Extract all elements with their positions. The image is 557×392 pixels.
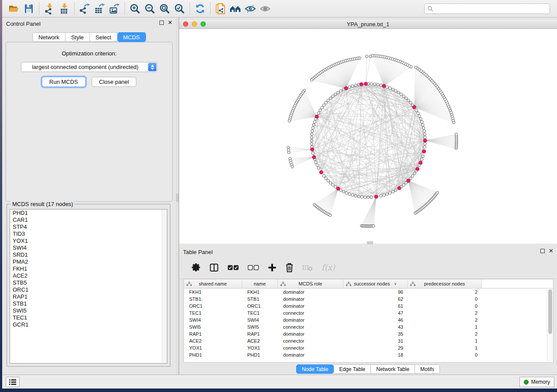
table-cell[interactable]: 2 bbox=[408, 316, 482, 323]
column-header-shared-name[interactable]: shared name bbox=[184, 279, 242, 289]
show-tasks-button[interactable] bbox=[6, 377, 20, 387]
table-cell[interactable]: 2 bbox=[408, 289, 482, 296]
column-header-predecessor-nodes[interactable]: predecessor nodes bbox=[408, 279, 482, 289]
table-cell[interactable]: FKH1 bbox=[184, 289, 242, 296]
close-panel-button[interactable]: Close panel bbox=[92, 77, 137, 87]
table-cell[interactable]: connector bbox=[278, 337, 343, 344]
mcds-result-list[interactable]: PHD1CAR1STP4TID3YOX1SWI4SRD1PMA2FKH1ACE2… bbox=[10, 209, 167, 364]
table-row[interactable]: ACE2ACE2connector311 bbox=[184, 337, 553, 344]
table-cell[interactable]: dominator bbox=[278, 289, 343, 296]
criterion-dropdown[interactable]: largest connected component (undirected) bbox=[21, 62, 157, 72]
table-cell[interactable]: 29 bbox=[343, 344, 408, 351]
run-mcds-button[interactable]: Run MCDS bbox=[42, 77, 86, 87]
float-table-panel-icon[interactable] bbox=[540, 249, 545, 253]
open-session-button[interactable] bbox=[7, 2, 21, 15]
table-cell[interactable]: dominator bbox=[278, 316, 343, 323]
table-cell[interactable]: 1 bbox=[408, 337, 482, 344]
table-cell[interactable]: 35 bbox=[343, 330, 408, 337]
table-scrollbar[interactable] bbox=[547, 289, 553, 362]
table-row[interactable]: TEC1TEC1connector472 bbox=[184, 309, 553, 316]
table-cell[interactable]: SWI4 bbox=[242, 316, 278, 323]
vertical-splitter-handle[interactable] bbox=[176, 194, 179, 202]
mcds-result-item[interactable]: STB1 bbox=[10, 300, 167, 307]
mcds-result-item[interactable]: FKH1 bbox=[10, 265, 167, 272]
tab-network[interactable]: Network bbox=[32, 32, 66, 42]
save-session-button[interactable] bbox=[21, 2, 36, 15]
network-window-titlebar[interactable]: YPA_prune.txt_1 bbox=[179, 20, 557, 29]
table-mode-gear-button[interactable] bbox=[191, 262, 201, 273]
mcds-list-scrollbar[interactable] bbox=[162, 210, 167, 363]
table-row[interactable]: ORC1ORC1dominator610 bbox=[184, 303, 553, 309]
table-cell[interactable]: 2 bbox=[408, 330, 482, 337]
table-cell[interactable]: 0 bbox=[408, 296, 482, 303]
mcds-result-item[interactable]: CAR1 bbox=[10, 217, 167, 224]
zoom-fit-button[interactable] bbox=[157, 2, 172, 15]
table-cell[interactable]: 31 bbox=[343, 337, 408, 344]
table-cell[interactable]: PHD1 bbox=[242, 351, 278, 358]
show-all-button[interactable] bbox=[258, 2, 273, 15]
table-cell[interactable]: dominator bbox=[278, 330, 343, 337]
search-field[interactable] bbox=[424, 3, 550, 14]
vertical-splitter[interactable] bbox=[176, 17, 179, 375]
table-cell[interactable]: 2 bbox=[408, 309, 482, 316]
table-row[interactable]: FKH1FKH1dominator962 bbox=[184, 289, 553, 296]
table-cell[interactable]: ORC1 bbox=[242, 303, 278, 309]
memory-button[interactable]: Memory bbox=[519, 377, 554, 387]
table-row[interactable]: YOX1YOX1connector291 bbox=[184, 344, 553, 351]
split-view-button[interactable] bbox=[209, 262, 219, 273]
zoom-selected-button[interactable] bbox=[172, 2, 187, 15]
table-row[interactable]: STB1STB1dominator620 bbox=[184, 296, 553, 303]
tab-select[interactable]: Select bbox=[90, 32, 118, 42]
table-cell[interactable]: SWI5 bbox=[184, 323, 242, 330]
tab-mcds[interactable]: MCDS bbox=[118, 32, 146, 42]
table-cell[interactable]: FKH1 bbox=[242, 289, 278, 296]
mcds-result-item[interactable]: ORC1 bbox=[10, 286, 167, 293]
table-cell[interactable]: 1 bbox=[408, 323, 482, 330]
delete-table-button[interactable] bbox=[302, 262, 313, 273]
table-cell[interactable]: dominator bbox=[278, 351, 343, 358]
float-panel-icon[interactable] bbox=[159, 21, 164, 25]
mcds-result-item[interactable]: TEC1 bbox=[10, 314, 167, 321]
add-column-button[interactable] bbox=[268, 262, 277, 273]
delete-column-button[interactable] bbox=[285, 262, 294, 273]
mcds-result-item[interactable]: STB5 bbox=[10, 279, 167, 286]
table-cell[interactable]: 1 bbox=[408, 344, 482, 351]
table-cell[interactable]: STB1 bbox=[242, 296, 278, 303]
mcds-result-item[interactable]: SWI4 bbox=[10, 244, 167, 251]
table-cell[interactable]: connector bbox=[278, 344, 343, 351]
tab-edge-table[interactable]: Edge Table bbox=[334, 364, 371, 374]
table-row[interactable]: SWI5SWI5connector431 bbox=[184, 323, 553, 330]
network-canvas[interactable] bbox=[179, 29, 557, 244]
table-cell[interactable]: ORC1 bbox=[184, 303, 242, 309]
table-cell[interactable]: connector bbox=[278, 309, 343, 316]
table-cell[interactable]: RAP1 bbox=[184, 330, 242, 337]
tab-motifs[interactable]: Motifs bbox=[415, 364, 440, 374]
table-cell[interactable]: 0 bbox=[408, 303, 482, 309]
table-row[interactable]: RAP1RAP1dominator352 bbox=[184, 330, 553, 337]
network-graph[interactable] bbox=[179, 29, 557, 244]
table-cell[interactable]: 47 bbox=[343, 309, 408, 316]
mcds-result-item[interactable]: SRD1 bbox=[10, 251, 167, 258]
table-cell[interactable]: SWI5 bbox=[242, 323, 278, 330]
table-cell[interactable]: TEC1 bbox=[184, 309, 242, 316]
search-input[interactable] bbox=[433, 5, 547, 12]
table-cell[interactable]: ACE2 bbox=[242, 337, 278, 344]
horizontal-splitter-handle[interactable] bbox=[367, 241, 373, 244]
column-header-mcds-role[interactable]: MCDS role bbox=[278, 279, 343, 289]
export-network-button[interactable] bbox=[77, 2, 92, 15]
close-table-panel-icon[interactable]: ✕ bbox=[549, 249, 554, 253]
column-header-successor-nodes[interactable]: successor nodes ∨ bbox=[343, 279, 408, 289]
table-cell[interactable]: RAP1 bbox=[242, 330, 278, 337]
mcds-result-item[interactable]: YOX1 bbox=[10, 237, 167, 244]
table-cell[interactable]: dominator bbox=[278, 296, 343, 303]
table-cell[interactable]: 43 bbox=[343, 323, 408, 330]
zoom-out-button[interactable] bbox=[142, 2, 157, 15]
mcds-result-item[interactable]: RAP1 bbox=[10, 293, 167, 300]
table-cell[interactable]: STB1 bbox=[184, 296, 242, 303]
table-cell[interactable]: 18 bbox=[343, 351, 408, 358]
table-cell[interactable]: PHD1 bbox=[184, 351, 242, 358]
apply-layout-button[interactable] bbox=[193, 2, 208, 15]
table-cell[interactable]: ACE2 bbox=[184, 337, 242, 344]
mcds-result-item[interactable]: TID3 bbox=[10, 230, 167, 237]
mcds-result-item[interactable]: ACE2 bbox=[10, 272, 167, 279]
